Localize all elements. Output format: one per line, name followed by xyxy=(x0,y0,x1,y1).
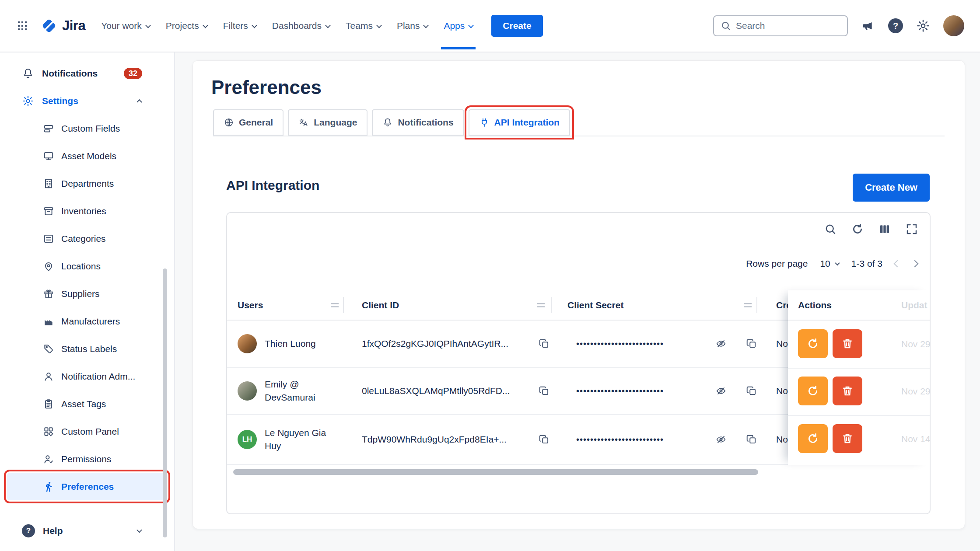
copy-icon[interactable] xyxy=(746,434,757,445)
tab-api-integration[interactable]: API Integration xyxy=(469,109,570,136)
nav-apps[interactable]: Apps xyxy=(444,21,473,31)
megaphone-icon[interactable] xyxy=(861,19,875,33)
client-id-value: 0leLuL8aSXQLAMqPMtlly05RdFD... xyxy=(362,386,528,396)
columns-icon[interactable] xyxy=(878,223,891,236)
search-input[interactable] xyxy=(736,21,841,31)
archive-icon xyxy=(43,206,54,217)
chevron-down-icon xyxy=(468,22,474,28)
regenerate-button[interactable] xyxy=(798,329,828,358)
main-content: Preferences General Language Notificatio… xyxy=(175,52,980,551)
nav-plans[interactable]: Plans xyxy=(397,21,428,31)
settings-gear-icon[interactable] xyxy=(916,19,930,33)
nav-your-work[interactable]: Your work xyxy=(101,21,150,31)
sidebar-item-permissions[interactable]: Permissions xyxy=(0,445,174,473)
pagination: Rows per page 10 1-3 of 3 xyxy=(746,258,917,269)
copy-icon[interactable] xyxy=(746,385,757,397)
table-toolbar xyxy=(824,223,918,236)
jira-logo[interactable]: Jira xyxy=(40,17,85,35)
search-box[interactable] xyxy=(713,15,848,36)
monitor-icon xyxy=(43,150,54,162)
create-button[interactable]: Create xyxy=(491,15,542,37)
horizontal-scrollbar[interactable] xyxy=(233,469,758,475)
sidebar-item-status-labels[interactable]: Status Labels xyxy=(0,335,174,363)
sidebar-item-custom-fields[interactable]: Custom Fields xyxy=(0,115,174,142)
clipboard-icon xyxy=(43,398,54,410)
eye-off-icon[interactable] xyxy=(715,385,727,397)
user-name: Le Nguyen Gia Huy xyxy=(265,426,341,453)
bell-icon xyxy=(382,117,393,128)
fullscreen-icon[interactable] xyxy=(905,223,918,236)
sidebar-item-settings[interactable]: Settings xyxy=(0,87,174,115)
tab-general[interactable]: General xyxy=(213,109,284,136)
sidebar-item-custom-panel[interactable]: Custom Panel xyxy=(0,418,174,445)
delete-button[interactable] xyxy=(833,329,862,358)
tab-language[interactable]: Language xyxy=(288,109,368,136)
help-icon[interactable]: ? xyxy=(888,18,903,33)
copy-icon[interactable] xyxy=(746,338,757,349)
sidebar-item-notification-admin[interactable]: Notification Adm... xyxy=(0,363,174,390)
chevron-up-icon xyxy=(136,99,142,105)
delete-button[interactable] xyxy=(833,377,862,405)
search-icon xyxy=(720,20,732,31)
nav-projects[interactable]: Projects xyxy=(166,21,207,31)
column-resize-handle[interactable] xyxy=(537,303,545,307)
sidebar-item-departments[interactable]: Departments xyxy=(0,170,174,197)
chevron-down-icon xyxy=(376,22,382,28)
regenerate-button[interactable] xyxy=(798,377,828,405)
sidebar-item-asset-tags[interactable]: Asset Tags xyxy=(0,390,174,418)
delete-button[interactable] xyxy=(833,424,862,453)
sidebar-item-suppliers[interactable]: Suppliers xyxy=(0,280,174,307)
sidebar-item-preferences[interactable]: Preferences xyxy=(7,473,167,500)
tab-notifications[interactable]: Notifications xyxy=(372,109,464,136)
pagination-range: 1-3 of 3 xyxy=(851,258,882,269)
eye-off-icon[interactable] xyxy=(715,434,727,445)
user-avatar[interactable] xyxy=(943,15,964,36)
trash-icon xyxy=(841,384,854,398)
sidebar-item-asset-models[interactable]: Asset Models xyxy=(0,142,174,170)
regenerate-button[interactable] xyxy=(798,424,828,453)
created-at-truncated: Nov xyxy=(776,386,789,396)
factory-icon xyxy=(43,316,54,327)
gift-box-icon xyxy=(43,288,54,300)
nav-dashboards[interactable]: Dashboards xyxy=(272,21,330,31)
sidebar-scrollbar[interactable] xyxy=(163,269,167,537)
column-resize-handle[interactable] xyxy=(331,303,339,307)
user-name: Thien Luong xyxy=(265,337,341,350)
refresh-icon xyxy=(806,384,819,398)
tag-icon xyxy=(43,343,54,355)
rows-per-page-label: Rows per page xyxy=(746,258,808,269)
sidebar-item-inventories[interactable]: Inventories xyxy=(0,197,174,225)
column-resize-handle[interactable] xyxy=(744,303,752,307)
sidebar-item-locations[interactable]: Locations xyxy=(0,252,174,280)
updated-value-ghost: Nov 29 xyxy=(901,339,930,349)
language-icon xyxy=(298,117,309,128)
actions-header: Actions Updat xyxy=(788,290,931,321)
copy-icon[interactable] xyxy=(539,385,550,397)
previous-page-button[interactable] xyxy=(894,260,901,268)
app-switcher-icon[interactable] xyxy=(16,19,29,32)
sidebar-item-manufacturers[interactable]: Manufacturers xyxy=(0,307,174,335)
column-divider xyxy=(756,297,757,313)
trash-icon xyxy=(841,432,854,445)
chevron-down-icon xyxy=(252,22,257,28)
column-client-secret: Client Secret xyxy=(567,300,623,310)
sidebar-item-categories[interactable]: Categories xyxy=(0,225,174,252)
client-secret-mask: ••••••••••••••••••••••••• xyxy=(576,386,710,396)
nav-teams[interactable]: Teams xyxy=(346,21,381,31)
column-actions: Actions xyxy=(798,300,832,310)
sidebar-item-notifications[interactable]: Notifications 32 xyxy=(0,59,174,87)
nav-filters[interactable]: Filters xyxy=(223,21,256,31)
rows-per-page-select[interactable]: 10 xyxy=(820,258,839,269)
column-users: Users xyxy=(238,300,263,310)
chevron-down-icon xyxy=(203,22,208,28)
topbar-right: ? xyxy=(713,15,964,36)
sidebar-item-help[interactable]: ? Help xyxy=(0,517,174,544)
copy-icon[interactable] xyxy=(539,434,550,445)
eye-off-icon[interactable] xyxy=(715,338,727,349)
custom-fields-icon xyxy=(43,123,54,134)
next-page-button[interactable] xyxy=(911,260,919,268)
search-icon[interactable] xyxy=(824,223,837,236)
create-new-button[interactable]: Create New xyxy=(853,174,930,202)
refresh-icon[interactable] xyxy=(851,223,864,236)
copy-icon[interactable] xyxy=(539,338,550,349)
